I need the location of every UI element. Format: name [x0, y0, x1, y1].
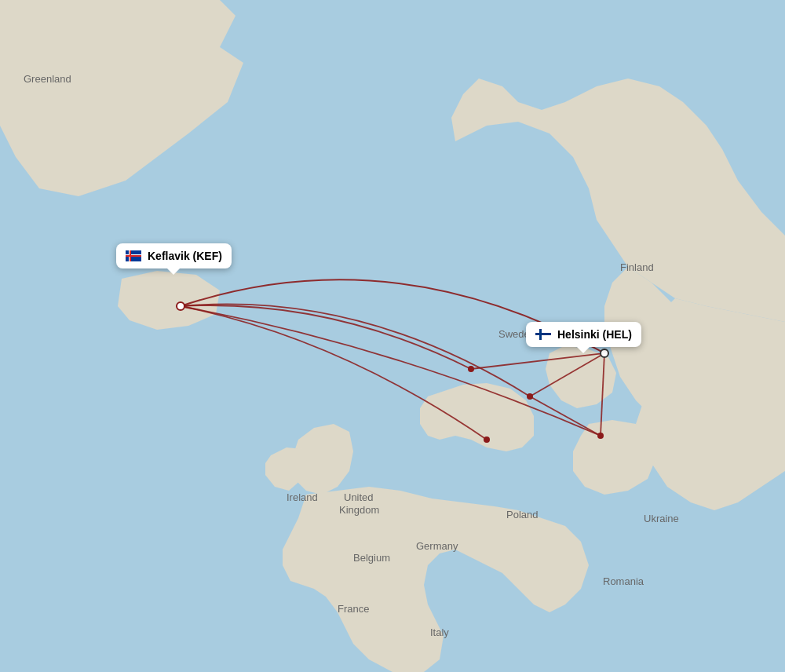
map-svg: Greenland Finland Sweden Ireland United … — [0, 0, 785, 672]
label-germany: Germany — [416, 540, 458, 552]
svg-point-3 — [468, 366, 474, 372]
label-italy: Italy — [430, 626, 449, 638]
map-container: Greenland Finland Sweden Ireland United … — [0, 0, 785, 672]
label-united-kingdom: United — [344, 491, 374, 503]
label-belgium: Belgium — [353, 552, 390, 564]
label-ireland: Ireland — [287, 491, 318, 503]
svg-point-5 — [484, 436, 490, 443]
svg-point-6 — [597, 433, 604, 439]
label-ukraine: Ukraine — [644, 513, 679, 524]
label-greenland: Greenland — [24, 73, 71, 85]
label-poland: Poland — [506, 509, 538, 520]
label-sweden: Sweden — [498, 328, 535, 340]
label-finland: Finland — [620, 261, 654, 273]
svg-point-4 — [527, 393, 533, 400]
svg-point-2 — [601, 349, 608, 357]
label-united-kingdom-2: Kingdom — [339, 504, 379, 516]
label-france: France — [338, 603, 369, 615]
label-romania: Romania — [603, 575, 644, 587]
svg-point-1 — [177, 302, 184, 310]
